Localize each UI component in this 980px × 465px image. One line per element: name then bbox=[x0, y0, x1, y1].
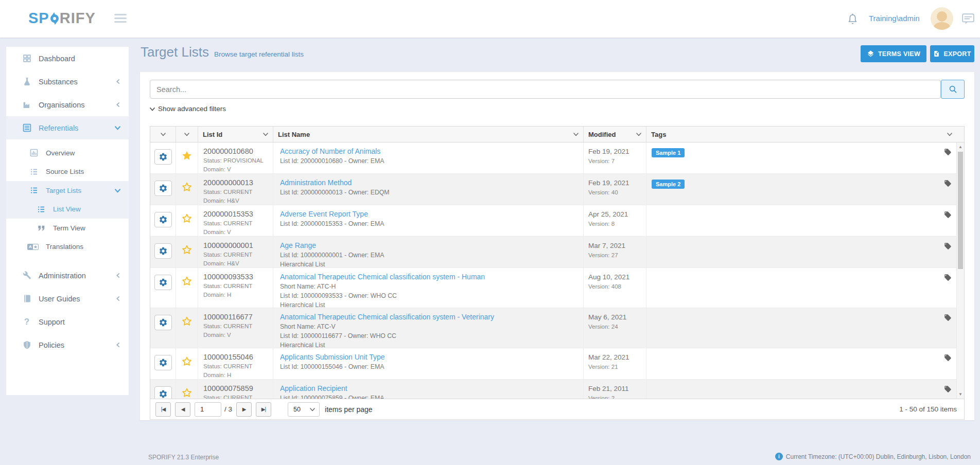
list-name-link[interactable]: Age Range bbox=[280, 241, 316, 249]
notifications-bell-icon[interactable] bbox=[847, 12, 859, 25]
list-name-link[interactable]: Adverse Event Report Type bbox=[280, 210, 368, 218]
sidebar-item-label: Source Lists bbox=[46, 168, 84, 175]
favorite-star-icon[interactable] bbox=[181, 316, 198, 327]
chevron-down-icon bbox=[115, 188, 120, 193]
row-actions-button[interactable] bbox=[154, 212, 172, 227]
chevron-down-icon[interactable] bbox=[573, 132, 579, 137]
row-actions-button[interactable] bbox=[154, 315, 172, 330]
list-status: Status: PROVISIONAL bbox=[203, 157, 269, 165]
list-name-link[interactable]: Applicants Submission Unit Type bbox=[280, 353, 385, 361]
row-actions-button[interactable] bbox=[154, 149, 172, 165]
chevron-down-icon[interactable] bbox=[184, 132, 189, 137]
favorite-star-icon[interactable] bbox=[181, 182, 198, 193]
sidebar-item-term-view[interactable]: Term View bbox=[6, 219, 129, 238]
sidebar-item-target-lists[interactable]: Target Lists bbox=[6, 181, 129, 200]
tag-icon[interactable] bbox=[944, 274, 952, 281]
prev-page-button[interactable]: ◀ bbox=[175, 402, 190, 417]
scrollbar-thumb[interactable] bbox=[958, 152, 963, 269]
sidebar: Dashboard Substances Organisations Refer… bbox=[6, 47, 129, 395]
hamburger-menu-icon[interactable] bbox=[114, 14, 127, 25]
terms-view-button[interactable]: TERMS VIEW bbox=[861, 45, 926, 62]
row-actions-button[interactable] bbox=[154, 386, 172, 399]
list-status: Status: CURRENT bbox=[203, 251, 269, 259]
list-name-link[interactable]: Accuracy of Number of Animals bbox=[280, 147, 380, 155]
tag-icon[interactable] bbox=[944, 385, 952, 393]
show-advanced-filters-toggle[interactable]: Show advanced filters bbox=[150, 105, 226, 113]
sidebar-item-policies[interactable]: Policies bbox=[6, 333, 129, 356]
page-subtitle: Browse target referential lists bbox=[214, 50, 304, 58]
list-name-link[interactable]: Application Recipient bbox=[280, 384, 347, 392]
favorite-star-icon[interactable] bbox=[181, 150, 198, 162]
list-status: Status: CURRENT bbox=[203, 220, 269, 227]
chevron-left-icon bbox=[116, 273, 120, 278]
sidebar-item-label: Substances bbox=[39, 78, 78, 86]
chevron-down-icon[interactable] bbox=[636, 132, 641, 137]
row-actions-button[interactable] bbox=[154, 181, 172, 196]
column-header-favorite[interactable] bbox=[176, 127, 198, 142]
chevron-down-icon bbox=[310, 407, 315, 412]
sidebar-item-administration[interactable]: Administration bbox=[6, 264, 129, 287]
row-actions-button[interactable] bbox=[154, 355, 172, 370]
first-page-button[interactable]: |◀ bbox=[155, 402, 171, 417]
version: Version: 408 bbox=[588, 282, 643, 291]
sidebar-item-overview[interactable]: Overview bbox=[6, 144, 129, 163]
sidebar-item-support[interactable]: ? Support bbox=[6, 310, 129, 333]
scroll-up-arrow[interactable]: ▲ bbox=[957, 145, 964, 149]
column-header-tags[interactable]: Tags bbox=[646, 127, 964, 142]
column-header-list-id[interactable]: List Id bbox=[198, 127, 273, 142]
favorite-star-icon[interactable] bbox=[181, 244, 198, 256]
list-name-link[interactable]: Administration Method bbox=[280, 178, 352, 187]
favorite-star-icon[interactable] bbox=[181, 387, 198, 399]
next-page-button[interactable]: ▶ bbox=[236, 402, 252, 417]
footer-timezone-label: Current Timezone: (UTC+00:00) Dublin, Ed… bbox=[786, 453, 971, 460]
column-header-modified[interactable]: Modified bbox=[584, 127, 646, 142]
tag-icon[interactable] bbox=[944, 148, 952, 156]
sidebar-item-source-lists[interactable]: Source Lists bbox=[6, 163, 129, 182]
sidebar-item-user-guides[interactable]: User Guides bbox=[6, 287, 129, 310]
modified-date: May 6, 2021 bbox=[588, 313, 643, 321]
chevron-down-icon[interactable] bbox=[161, 132, 166, 137]
sidebar-item-organisations[interactable]: Organisations bbox=[6, 93, 129, 116]
list-status: Status: CURRENT bbox=[203, 363, 269, 370]
list-name-link[interactable]: Anatomical Therapeutic Chemical classifi… bbox=[280, 273, 485, 281]
tag-icon[interactable] bbox=[944, 314, 952, 321]
export-button[interactable]: EXPORT bbox=[930, 45, 974, 62]
list-name-link[interactable]: Anatomical Therapeutic Chemical classifi… bbox=[280, 313, 494, 321]
sidebar-item-referentials[interactable]: Referentials bbox=[6, 116, 129, 139]
gear-icon bbox=[159, 318, 168, 327]
items-range-label: 1 - 50 of 150 items bbox=[899, 405, 959, 413]
table-scrollbar[interactable]: ▲ ▼ bbox=[956, 142, 964, 399]
current-user-label[interactable]: Training\admin bbox=[869, 14, 920, 23]
sidebar-item-dashboard[interactable]: Dashboard bbox=[6, 47, 129, 70]
avatar[interactable] bbox=[931, 7, 953, 30]
search-icon bbox=[949, 85, 957, 94]
sidebar-item-translations[interactable]: A Translations bbox=[6, 238, 129, 257]
chevron-down-icon bbox=[150, 106, 155, 112]
search-input[interactable] bbox=[150, 80, 941, 99]
chevron-down-icon[interactable] bbox=[263, 132, 268, 137]
page-size-select[interactable]: 50 bbox=[288, 402, 320, 417]
sidebar-item-list-view[interactable]: List View bbox=[6, 200, 129, 219]
page-number-input[interactable] bbox=[195, 402, 221, 417]
scroll-down-arrow[interactable]: ▼ bbox=[957, 392, 964, 397]
tag-icon[interactable] bbox=[944, 354, 952, 362]
list-id: 200000015353 bbox=[203, 209, 269, 219]
row-actions-button[interactable] bbox=[154, 243, 172, 259]
chevron-down-icon[interactable] bbox=[947, 132, 952, 137]
list-domain: Domain: H bbox=[203, 291, 269, 299]
favorite-star-icon[interactable] bbox=[181, 213, 198, 224]
favorite-star-icon[interactable] bbox=[181, 276, 198, 287]
sidebar-item-substances[interactable]: Substances bbox=[6, 70, 129, 93]
tag-icon[interactable] bbox=[944, 242, 952, 250]
favorite-star-icon[interactable] bbox=[181, 356, 198, 367]
tag-icon[interactable] bbox=[944, 180, 952, 187]
row-actions-button[interactable] bbox=[154, 275, 172, 290]
list-name-subtext: Short Name: ATC-H bbox=[280, 283, 578, 291]
column-header-actions[interactable] bbox=[150, 127, 176, 142]
column-header-list-name[interactable]: List Name bbox=[273, 127, 584, 142]
last-page-button[interactable]: ▶| bbox=[256, 402, 271, 417]
search-button[interactable] bbox=[941, 80, 965, 99]
list-name-subtext: Hierarchical List bbox=[280, 342, 578, 348]
tag-icon[interactable] bbox=[944, 211, 952, 219]
chat-icon[interactable] bbox=[961, 12, 975, 26]
